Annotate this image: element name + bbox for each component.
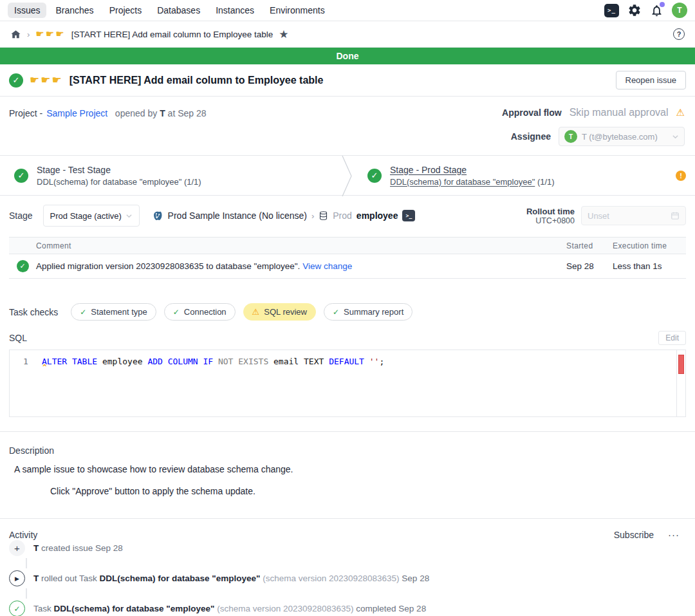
edit-sql-button[interactable]: Edit bbox=[658, 331, 686, 345]
activity-version: (schema version 20230928083635) bbox=[214, 604, 353, 613]
description-text: Click "Approve" button to apply the sche… bbox=[50, 486, 686, 496]
assignee-value: T (t@bytebase.com) bbox=[582, 132, 667, 142]
check-pill-sql-review[interactable]: ⚠ SQL review bbox=[243, 303, 316, 321]
assignee-label: Assignee bbox=[511, 131, 551, 142]
check-success-icon: ✓ bbox=[173, 308, 180, 317]
activity-section: Activity Subscribe ··· + T created issue… bbox=[0, 519, 695, 616]
nav-item-branches[interactable]: Branches bbox=[49, 3, 100, 18]
stage-card-prod[interactable]: ✓ Stage - Prod Stage DDL(schema) for dat… bbox=[353, 156, 695, 195]
sql-editor-icon[interactable]: >_ bbox=[604, 4, 619, 17]
settings-gear-icon[interactable] bbox=[627, 3, 642, 17]
ruler-warning-marker bbox=[678, 355, 684, 374]
run-started: Sep 28 bbox=[566, 261, 613, 271]
nav-item-instances[interactable]: Instances bbox=[209, 3, 261, 18]
timeline-connector bbox=[26, 588, 27, 599]
stage-title: Stage - Test Stage bbox=[37, 165, 201, 175]
favorite-star-icon[interactable]: ★ bbox=[279, 29, 288, 40]
breadcrumb-issue-title: [START HERE] Add email column to Employe… bbox=[71, 30, 273, 39]
activity-label: Activity bbox=[9, 530, 37, 540]
check-success-icon: ✓ bbox=[333, 308, 339, 317]
approval-flow-value: Skip manual approval bbox=[570, 107, 669, 118]
database-link[interactable]: employee bbox=[357, 210, 398, 221]
table-header-row: Comment Started Execution time bbox=[9, 238, 686, 254]
stage-select[interactable]: Prod Stage (active) bbox=[43, 205, 140, 227]
activity-version: (schema version 20230928083635) bbox=[260, 574, 399, 583]
pipeline-stages: ✓ Stage - Test Stage DDL(schema) for dat… bbox=[0, 155, 695, 196]
stage-card-test[interactable]: ✓ Stage - Test Stage DDL(schema) for dat… bbox=[0, 156, 342, 195]
nav-item-environments[interactable]: Environments bbox=[263, 3, 331, 18]
description-text: A sample issue to showcase how to review… bbox=[14, 464, 686, 474]
header-execution-time: Execution time bbox=[613, 241, 683, 250]
activity-task: DDL(schema) for database "employee" bbox=[100, 574, 261, 583]
project-link[interactable]: Sample Project bbox=[46, 108, 107, 118]
pointing-right-emoji: ☛☛☛ bbox=[30, 73, 63, 87]
chevron-down-icon bbox=[125, 212, 133, 219]
issue-title-row: ✓ ☛☛☛ [START HERE] Add email column to E… bbox=[0, 64, 695, 97]
stage-separator-chevron bbox=[342, 156, 353, 195]
notifications-bell-icon[interactable] bbox=[650, 4, 663, 17]
top-navbar: Issues Branches Projects Databases Insta… bbox=[0, 0, 695, 21]
chevron-down-icon bbox=[672, 133, 679, 140]
stage-select-value: Prod Stage (active) bbox=[50, 211, 122, 221]
warning-triangle-icon: ⚠ bbox=[676, 107, 685, 118]
home-icon[interactable] bbox=[10, 29, 21, 40]
run-success-icon: ✓ bbox=[17, 260, 29, 272]
sql-code-editor[interactable]: 1ALTER TABLE employee ADD COLUMN IF NOT … bbox=[9, 350, 686, 417]
dash: - bbox=[40, 108, 43, 118]
help-icon[interactable]: ? bbox=[673, 28, 685, 40]
activity-prefix: Task bbox=[33, 604, 54, 613]
table-row: ✓ Applied migration version 202309280836… bbox=[9, 254, 686, 278]
rollout-time-input[interactable] bbox=[588, 211, 671, 221]
view-change-link[interactable]: View change bbox=[302, 261, 352, 271]
more-menu-icon[interactable]: ··· bbox=[668, 529, 686, 540]
assignee-select[interactable]: T T (t@bytebase.com) bbox=[559, 127, 685, 146]
status-banner: Done bbox=[0, 48, 695, 64]
sql-lint-marker-icon: ^ bbox=[42, 363, 47, 371]
done-check-icon: ✓ bbox=[9, 73, 23, 88]
open-sql-editor-icon[interactable]: >_ bbox=[402, 210, 415, 221]
task-run-table: Comment Started Execution time ✓ Applied… bbox=[9, 237, 686, 279]
reopen-issue-button[interactable]: Reopen issue bbox=[616, 71, 687, 89]
stage-subtitle: DDL(schema) for database "employee" (1/1… bbox=[37, 177, 201, 187]
instance-link[interactable]: Prod Sample Instance (No license) bbox=[168, 210, 307, 221]
check-pill-summary-report[interactable]: ✓ Summary report bbox=[324, 303, 412, 321]
description-label: Description bbox=[9, 445, 686, 456]
activity-suffix: completed Sep 28 bbox=[354, 604, 427, 613]
opener-name: T bbox=[160, 108, 165, 118]
warning-triangle-icon: ⚠ bbox=[252, 307, 260, 317]
subscribe-button[interactable]: Subscribe bbox=[614, 530, 654, 540]
stage-title-link[interactable]: Stage - Prod Stage bbox=[390, 165, 555, 175]
sql-section: SQL Edit 1ALTER TABLE employee ADD COLUM… bbox=[9, 331, 686, 417]
line-number: 1 bbox=[10, 357, 42, 416]
task-count: (1/1) bbox=[535, 177, 554, 187]
activity-date: Sep 28 bbox=[95, 543, 123, 553]
notification-dot bbox=[660, 2, 665, 7]
timeline-connector bbox=[26, 558, 27, 568]
pointing-right-emoji: ☛☛☛ bbox=[35, 28, 65, 40]
user-avatar[interactable]: T bbox=[672, 3, 687, 18]
issue-meta: Project-Sample Project opened by T at Se… bbox=[0, 97, 695, 155]
breadcrumb: › ☛☛☛ [START HERE] Add email column to E… bbox=[0, 21, 695, 48]
issue-title: [START HERE] Add email column to Employe… bbox=[70, 75, 324, 86]
activity-user: T bbox=[33, 574, 39, 583]
nav-item-databases[interactable]: Databases bbox=[151, 3, 207, 18]
editor-overview-ruler[interactable] bbox=[676, 350, 685, 416]
check-pill-statement-type[interactable]: ✓ Statement type bbox=[71, 303, 156, 321]
nav-item-projects[interactable]: Projects bbox=[103, 3, 149, 18]
nav-item-issues[interactable]: Issues bbox=[8, 3, 46, 18]
activity-item-rollout: ▶ T rolled out Task DDL(schema) for data… bbox=[9, 570, 686, 586]
task-checks: Task checks ✓ Statement type ✓ Connectio… bbox=[9, 303, 686, 321]
rollout-time-picker[interactable] bbox=[581, 206, 686, 225]
activity-item-created: + T created issue Sep 28 bbox=[9, 540, 686, 556]
check-success-icon: ✓ bbox=[80, 308, 86, 317]
check-pill-connection[interactable]: ✓ Connection bbox=[164, 303, 236, 321]
environment-prefix: Prod bbox=[333, 210, 352, 221]
check-pill-label: Connection bbox=[184, 307, 227, 317]
timezone-label: UTC+0800 bbox=[526, 216, 575, 225]
check-pill-label: SQL review bbox=[264, 307, 307, 317]
stage-task-link[interactable]: DDL(schema) for database "employee" bbox=[390, 177, 535, 187]
task-checks-label: Task checks bbox=[9, 307, 58, 317]
stage-label: Stage bbox=[9, 210, 33, 221]
check-pill-label: Statement type bbox=[91, 307, 147, 317]
activity-item-completed: ✓ Task DDL(schema) for database "employe… bbox=[9, 601, 686, 616]
